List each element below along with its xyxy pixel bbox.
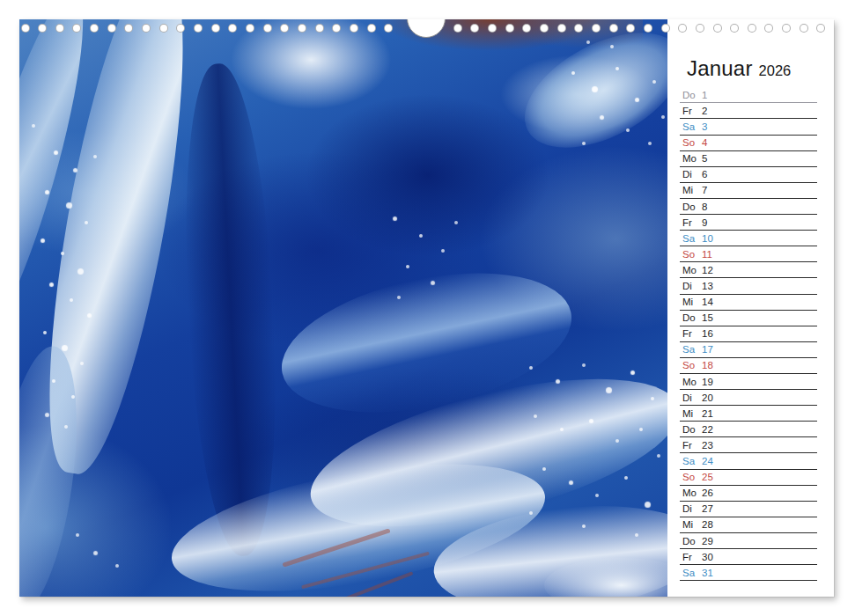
day-row: Di13 — [680, 278, 817, 294]
day-abbrev: Sa — [682, 344, 695, 355]
day-number: 30 — [702, 552, 713, 562]
punch-hole-icon — [453, 24, 462, 33]
month-heading: Januar2026 — [687, 56, 791, 81]
punch-hole-icon — [124, 24, 133, 33]
punch-hole-icon — [159, 24, 168, 33]
day-number: 25 — [702, 472, 713, 482]
punch-hole-icon — [609, 24, 618, 33]
day-row: Sa10 — [680, 231, 817, 246]
day-abbrev: Fr — [682, 106, 692, 116]
day-row: Di27 — [680, 502, 817, 517]
punch-hole-icon — [315, 24, 324, 33]
day-number: 23 — [702, 440, 713, 451]
day-abbrev: Fr — [682, 217, 692, 228]
day-number: 6 — [702, 169, 707, 180]
day-abbrev: Di — [682, 169, 692, 180]
day-row: So4 — [680, 136, 817, 151]
day-abbrev: Do — [682, 90, 696, 100]
day-row: Fr16 — [680, 326, 817, 342]
calendar-panel: Januar2026 Do1Fr2Sa3So4Mo5Di6Mi7Do8Fr9Sa… — [667, 19, 834, 597]
day-number: 17 — [702, 344, 713, 355]
day-number: 21 — [702, 408, 713, 419]
punch-hole-icon — [592, 24, 601, 33]
punch-hole-icon — [470, 24, 479, 33]
day-row: Sa3 — [680, 119, 817, 135]
day-number: 27 — [702, 503, 713, 514]
punch-hole-icon — [557, 24, 566, 33]
day-number: 10 — [702, 233, 713, 244]
day-number: 7 — [702, 185, 707, 195]
day-abbrev: Sa — [682, 456, 695, 466]
calendar-mockup: Januar2026 Do1Fr2Sa3So4Mo5Di6Mi7Do8Fr9Sa… — [0, 0, 855, 616]
day-abbrev: Mo — [682, 153, 697, 164]
punch-hole-icon — [626, 24, 635, 33]
day-number: 31 — [702, 568, 713, 578]
punch-hole-icon — [730, 24, 739, 33]
day-abbrev: Fr — [682, 328, 692, 339]
punch-hole-icon — [764, 24, 773, 33]
day-abbrev: Di — [682, 281, 692, 291]
punch-hole-icon — [176, 24, 185, 33]
day-abbrev: Sa — [682, 568, 695, 578]
day-abbrev: Mo — [682, 265, 697, 275]
day-row: Do8 — [680, 199, 817, 215]
punch-hole-icon — [713, 24, 722, 33]
day-row: Sa31 — [680, 565, 817, 581]
punch-hole-icon — [367, 24, 376, 33]
day-row: Di6 — [680, 167, 817, 183]
punch-hole-icon — [298, 24, 306, 33]
punch-hole-icon — [21, 24, 30, 33]
day-number: 9 — [702, 217, 707, 228]
punch-hole-icon — [488, 24, 497, 33]
hanger-hole-icon — [407, 19, 446, 38]
punch-hole-icon — [142, 24, 151, 33]
day-row: Sa24 — [680, 453, 817, 469]
day-abbrev: Do — [682, 202, 696, 212]
day-row: Do22 — [680, 422, 817, 437]
punch-hole-icon — [72, 24, 81, 33]
year-label: 2026 — [759, 62, 792, 78]
punch-hole-icon — [194, 24, 203, 33]
day-abbrev: Di — [682, 392, 692, 403]
day-number: 8 — [702, 202, 707, 212]
punch-hole-icon — [748, 24, 756, 33]
calendar-page: Januar2026 Do1Fr2Sa3So4Mo5Di6Mi7Do8Fr9Sa… — [19, 19, 834, 597]
day-row: Do15 — [680, 311, 817, 326]
day-row: Mo26 — [680, 486, 817, 502]
day-number: 1 — [702, 90, 707, 100]
day-number: 11 — [702, 249, 712, 260]
day-number: 15 — [702, 312, 713, 323]
day-abbrev: Mi — [682, 297, 693, 307]
day-abbrev: So — [682, 137, 695, 148]
day-number: 14 — [702, 297, 713, 307]
day-abbrev: Sa — [682, 121, 695, 132]
punch-hole-icon — [263, 24, 272, 33]
punch-hole-icon — [644, 24, 652, 33]
day-abbrev: Fr — [682, 552, 692, 562]
day-row: Mo12 — [680, 262, 817, 278]
day-number: 5 — [702, 153, 707, 164]
day-row: Mi28 — [680, 517, 817, 533]
punch-hole-icon — [280, 24, 289, 33]
calendar-artwork — [19, 19, 667, 597]
day-row: Fr9 — [680, 215, 817, 231]
day-row: Mi21 — [680, 406, 817, 422]
day-number: 28 — [702, 519, 713, 530]
day-row: Fr23 — [680, 437, 817, 453]
punch-hole-icon — [107, 24, 116, 33]
day-abbrev: Mo — [682, 377, 697, 387]
month-name: Januar — [687, 56, 753, 80]
punch-hole-icon — [696, 24, 704, 33]
day-row: Di20 — [680, 390, 817, 406]
day-number: 13 — [702, 281, 713, 291]
day-number: 29 — [702, 536, 713, 546]
day-row: Mi7 — [680, 183, 817, 199]
day-number: 20 — [702, 392, 713, 403]
day-number: 19 — [702, 377, 713, 387]
day-abbrev: So — [682, 360, 695, 370]
artwork-dark-ridge — [175, 62, 285, 558]
day-abbrev: Do — [682, 536, 696, 546]
day-abbrev: Mi — [682, 519, 693, 530]
punch-hole-icon — [782, 24, 791, 33]
day-abbrev: So — [682, 249, 695, 260]
